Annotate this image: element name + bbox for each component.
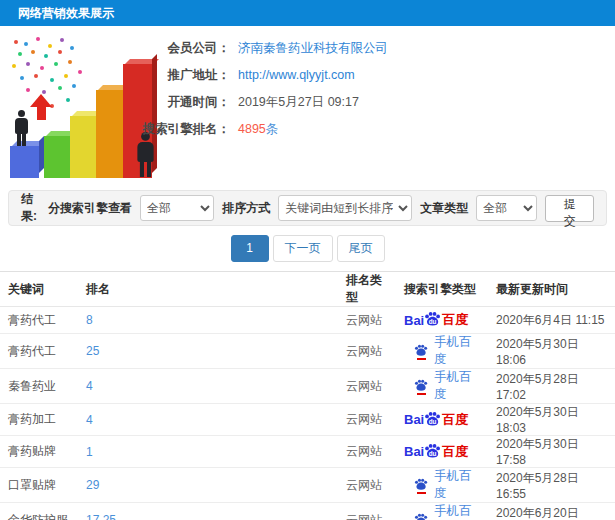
open-time-label: 开通时间： [0, 93, 230, 111]
rank-link[interactable]: 1 [86, 445, 93, 459]
rank-link[interactable]: 4 [86, 379, 93, 393]
engine-rank-row: 搜索引擎排名： 4895条 [0, 120, 615, 138]
table-row: 膏药贴牌1云网站Baidu百度手机百度2020年5月30日 17:58 [0, 436, 615, 468]
pagination: 1 下一页 尾页 [0, 235, 615, 262]
sort-filter-select[interactable]: 关键词由短到长排序 [278, 195, 412, 221]
engine-filter-label: 分搜索引擎查看 [48, 200, 132, 217]
company-label: 会员公司： [0, 39, 230, 57]
rank-link[interactable]: 25 [86, 344, 99, 358]
rank-type-cell: 云网站 [338, 369, 396, 404]
member-info-list: 会员公司： 济南秦鲁药业科技有限公司 推广地址： http://www.qlyy… [0, 39, 615, 147]
rank-type-cell: 云网站 [338, 468, 396, 503]
rank-type-cell: 云网站 [338, 307, 396, 334]
promo-url-label: 推广地址： [0, 66, 230, 84]
table-row: 口罩贴牌29云网站Baidu百度手机百度2020年5月28日 16:55 [0, 468, 615, 503]
page-title: 网络营销效果展示 [18, 5, 114, 22]
next-page-button[interactable]: 下一页 [273, 235, 333, 262]
mobile-baidu-icon: 手机百度 [414, 334, 480, 368]
keyword-cell: 膏药贴牌 [0, 436, 78, 468]
engine-cell: Baidu百度手机百度 [396, 436, 488, 468]
rank-cell: 8 [78, 307, 338, 334]
baidu-logo-icon: Baidu百度 [404, 310, 468, 330]
mobile-baidu-icon: 手机百度 [414, 369, 480, 403]
table-row: 膏药代工25云网站Baidu百度手机百度2020年5月30日 18:06 [0, 334, 615, 369]
rank-cell: 29 [78, 468, 338, 503]
baidu-logo-icon: Baidu百度 [404, 442, 468, 462]
engine-rank-value: 4895条 [238, 120, 278, 138]
header-keyword: 关键词 [0, 272, 78, 307]
engine-cell: Baidu百度手机百度 [396, 503, 488, 520]
open-time-value: 2019年5月27日 09:17 [238, 93, 359, 111]
promo-url-row: 推广地址： http://www.qlyyjt.com [0, 66, 615, 84]
keyword-cell: 膏药代工 [0, 307, 78, 334]
engine-cell: Baidu百度手机百度 [396, 334, 488, 369]
rank-type-cell: 云网站 [338, 503, 396, 520]
table-row: 金华防护服17,25云网站Baidu百度手机百度2020年6月20日 09:25 [0, 503, 615, 520]
engine-filter-select[interactable]: 全部 [140, 195, 214, 221]
header-updated: 最新更新时间 [488, 272, 615, 307]
page-button-1[interactable]: 1 [231, 235, 269, 262]
last-page-button[interactable]: 尾页 [337, 235, 385, 262]
rank-type-cell: 云网站 [338, 404, 396, 436]
engine-cell: Baidu百度手机百度 [396, 307, 488, 334]
article-type-label: 文章类型 [420, 200, 468, 217]
engine-cell: Baidu百度手机百度 [396, 369, 488, 404]
article-type-select[interactable]: 全部 [476, 195, 537, 221]
table-header-row: 关键词 排名 排名类型 搜索引擎类型 最新更新时间 [0, 272, 615, 307]
bar-blue [10, 146, 39, 178]
baidu-logo-icon: Baidu百度 [404, 410, 468, 430]
svg-text:du: du [429, 449, 437, 456]
updated-cell: 2020年5月30日 18:06 [488, 334, 615, 369]
rank-cell: 17,25 [78, 503, 338, 520]
keyword-cell: 膏药代工 [0, 334, 78, 369]
rank-cell: 25 [78, 334, 338, 369]
header-engine-type: 搜索引擎类型 [396, 272, 488, 307]
rank-type-cell: 云网站 [338, 436, 396, 468]
engine-cell: Baidu百度手机百度 [396, 468, 488, 503]
engine-cell: Baidu百度手机百度 [396, 404, 488, 436]
company-row: 会员公司： 济南秦鲁药业科技有限公司 [0, 39, 615, 57]
rank-cell: 1 [78, 436, 338, 468]
keyword-rank-table: 关键词 排名 排名类型 搜索引擎类型 最新更新时间 膏药代工8云网站Baidu百… [0, 271, 615, 520]
window-title-bar: 网络营销效果展示 [0, 0, 615, 26]
company-link[interactable]: 济南秦鲁药业科技有限公司 [238, 39, 388, 57]
updated-cell: 2020年6月4日 11:15 [488, 307, 615, 334]
rank-cell: 4 [78, 369, 338, 404]
engine-rank-label: 搜索引擎排名： [0, 120, 230, 138]
keyword-cell: 金华防护服 [0, 503, 78, 520]
mobile-baidu-icon: 手机百度 [414, 503, 480, 520]
rank-link[interactable]: 8 [86, 313, 93, 327]
open-time-row: 开通时间： 2019年5月27日 09:17 [0, 93, 615, 111]
table-row: 膏药代工8云网站Baidu百度手机百度2020年6月4日 11:15 [0, 307, 615, 334]
results-label: 结果: [21, 191, 48, 225]
keyword-cell: 膏药加工 [0, 404, 78, 436]
header-rank-type: 排名类型 [338, 272, 396, 307]
rank-link[interactable]: 29 [86, 478, 99, 492]
sort-filter-label: 排序方式 [222, 200, 270, 217]
filter-controls: 分搜索引擎查看 全部 排序方式 关键词由短到长排序 文章类型 全部 提交 [48, 195, 594, 222]
updated-cell: 2020年5月30日 17:58 [488, 436, 615, 468]
table-row: 膏药加工4云网站Baidu百度手机百度2020年5月30日 18:03 [0, 404, 615, 436]
rank-cell: 4 [78, 404, 338, 436]
member-info-section: 会员公司： 济南秦鲁药业科技有限公司 推广地址： http://www.qlyy… [0, 26, 615, 184]
keyword-cell: 秦鲁药业 [0, 369, 78, 404]
header-rank: 排名 [78, 272, 338, 307]
mobile-baidu-icon: 手机百度 [414, 468, 480, 502]
keyword-cell: 口罩贴牌 [0, 468, 78, 503]
updated-cell: 2020年5月30日 18:03 [488, 404, 615, 436]
rank-type-cell: 云网站 [338, 334, 396, 369]
table-row: 秦鲁药业4云网站Baidu百度手机百度2020年5月28日 17:02 [0, 369, 615, 404]
rank-unit: 条 [266, 122, 279, 136]
promo-url-link[interactable]: http://www.qlyyjt.com [238, 66, 355, 84]
filter-bar: 结果: 分搜索引擎查看 全部 排序方式 关键词由短到长排序 文章类型 全部 提交 [8, 190, 607, 226]
svg-text:du: du [429, 417, 437, 424]
rank-link[interactable]: 4 [86, 413, 93, 427]
svg-text:du: du [429, 318, 437, 325]
rank-count: 4895 [238, 122, 266, 136]
submit-button[interactable]: 提交 [545, 195, 594, 222]
updated-cell: 2020年5月28日 16:55 [488, 468, 615, 503]
rank-link[interactable]: 17,25 [86, 513, 116, 520]
updated-cell: 2020年6月20日 09:25 [488, 503, 615, 520]
updated-cell: 2020年5月28日 17:02 [488, 369, 615, 404]
